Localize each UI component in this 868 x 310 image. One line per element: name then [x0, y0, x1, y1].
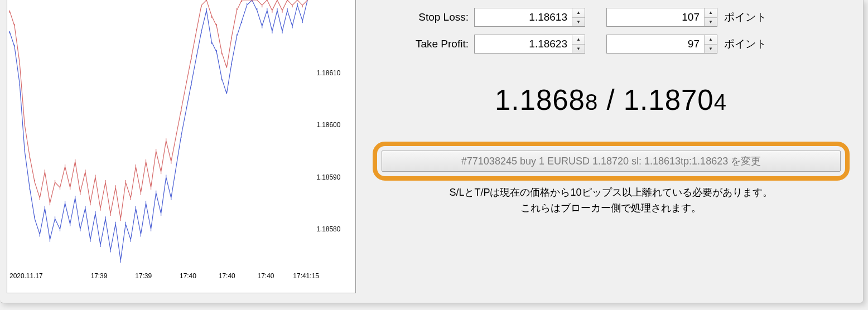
take-profit-price-spinner[interactable]: ▲ ▼	[474, 35, 585, 54]
spin-up-icon[interactable]: ▲	[572, 8, 585, 18]
spin-up-icon[interactable]: ▲	[572, 35, 585, 45]
modify-order-button[interactable]: #771038245 buy 1 EURUSD 1.18720 sl: 1.18…	[382, 151, 841, 172]
svg-text:1.18600: 1.18600	[316, 121, 341, 129]
svg-text:1.18580: 1.18580	[316, 225, 341, 233]
svg-text:1.18610: 1.18610	[316, 69, 341, 77]
spin-up-icon[interactable]: ▲	[705, 35, 717, 45]
stop-loss-price-input[interactable]	[475, 8, 572, 26]
spinner-buttons: ▲ ▼	[704, 35, 717, 53]
stop-loss-price-spinner[interactable]: ▲ ▼	[474, 8, 585, 27]
notice-line-1: S/LとT/Pは現在の価格から10ピップス以上離れている必要があります。	[374, 185, 848, 201]
bid-price-sub: 8	[585, 90, 598, 114]
take-profit-points-input[interactable]	[607, 35, 704, 53]
spinner-buttons: ▲ ▼	[704, 8, 717, 26]
stop-loss-label: Stop Loss:	[374, 11, 474, 23]
bid-price-main: 1.1868	[495, 84, 585, 116]
spin-down-icon[interactable]: ▼	[705, 18, 717, 27]
spin-down-icon[interactable]: ▼	[572, 18, 585, 27]
svg-text:17:40: 17:40	[180, 272, 196, 280]
svg-text:17:40: 17:40	[219, 272, 235, 280]
stop-loss-unit: ポイント	[724, 10, 766, 25]
modify-highlight-box: #771038245 buy 1 EURUSD 1.18720 sl: 1.18…	[373, 142, 850, 181]
svg-text:17:39: 17:39	[91, 272, 108, 280]
take-profit-row: Take Profit: ▲ ▼ ▲ ▼ ポイント	[374, 35, 857, 54]
svg-text:2020.11.17: 2020.11.17	[9, 272, 43, 280]
svg-text:17:40: 17:40	[258, 272, 274, 280]
stop-loss-row: Stop Loss: ▲ ▼ ▲ ▼ ポイント	[374, 8, 857, 27]
take-profit-unit: ポイント	[724, 37, 766, 51]
stop-loss-points-spinner[interactable]: ▲ ▼	[606, 8, 717, 27]
modify-order-label: #771038245 buy 1 EURUSD 1.18720 sl: 1.18…	[461, 154, 761, 168]
price-chart: 1.186101.186001.185901.18580 2020.11.171…	[7, 0, 356, 293]
spin-down-icon[interactable]: ▼	[572, 45, 585, 54]
ask-price-main: 1.1870	[624, 84, 714, 116]
svg-text:17:39: 17:39	[135, 272, 152, 280]
ask-price-sub: 4	[714, 90, 727, 114]
price-separator: /	[598, 84, 624, 116]
stop-loss-points-input[interactable]	[607, 8, 704, 26]
svg-text:17:41:15: 17:41:15	[293, 272, 319, 280]
take-profit-points-spinner[interactable]: ▲ ▼	[606, 35, 717, 54]
svg-text:1.18590: 1.18590	[316, 173, 341, 181]
spinner-buttons: ▲ ▼	[572, 8, 585, 26]
order-window: 1.186101.186001.185901.18580 2020.11.171…	[0, 0, 868, 310]
order-form: Stop Loss: ▲ ▼ ▲ ▼ ポイント Take Profit:	[374, 0, 857, 54]
take-profit-label: Take Profit:	[374, 38, 474, 50]
price-quote: 1.18688 / 1.18704	[374, 84, 848, 117]
take-profit-price-input[interactable]	[475, 35, 572, 53]
spin-up-icon[interactable]: ▲	[705, 8, 717, 18]
notice-text: S/LとT/Pは現在の価格から10ピップス以上離れている必要があります。 これら…	[374, 185, 848, 216]
spinner-buttons: ▲ ▼	[572, 35, 585, 53]
notice-line-2: これらはブローカー側で処理されます。	[374, 201, 848, 216]
spin-down-icon[interactable]: ▼	[705, 45, 717, 54]
